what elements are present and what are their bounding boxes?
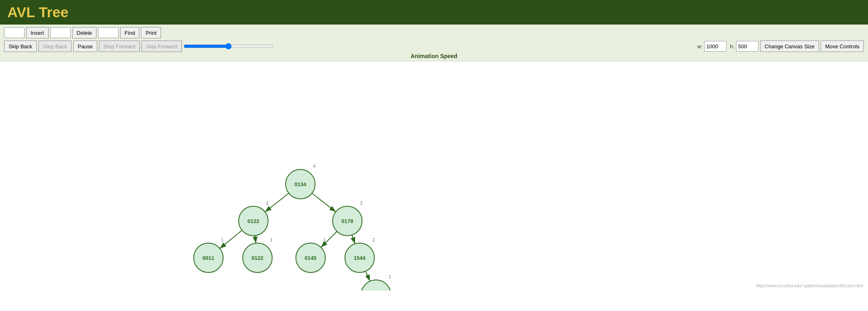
node-label: 0122 bbox=[252, 255, 264, 261]
tree-edge bbox=[312, 193, 336, 212]
h-label: h: bbox=[730, 43, 734, 50]
toolbar: Insert Delete Find Print Skip Back Step … bbox=[0, 25, 868, 61]
page-title: AVL Tree bbox=[7, 4, 861, 20]
tree-node: 01783 bbox=[333, 201, 362, 236]
toolbar-row1: Insert Delete Find Print bbox=[4, 27, 864, 38]
print-button[interactable]: Print bbox=[141, 27, 161, 38]
tree-node: 00111 bbox=[194, 237, 224, 273]
height-input[interactable] bbox=[736, 41, 758, 52]
node-height: 1 bbox=[389, 274, 391, 279]
step-back-button[interactable]: Step Back bbox=[38, 41, 72, 52]
toolbar-row2: Skip Back Step Back Pause Step Forward S… bbox=[4, 41, 864, 52]
tree-node: 01344 bbox=[286, 164, 315, 199]
tree-node: 01451 bbox=[296, 237, 326, 273]
animation-speed-slider[interactable] bbox=[183, 43, 273, 50]
node-height: 2 bbox=[372, 237, 375, 242]
tree-edge bbox=[255, 236, 256, 243]
node-height: 1 bbox=[221, 237, 224, 242]
node-height: 2 bbox=[266, 201, 268, 205]
tree-node: 01222 bbox=[239, 201, 268, 236]
url-hint: https://www.cs.usfca.edu/~galles/visuali… bbox=[756, 284, 863, 288]
tree-node: 01221 bbox=[243, 237, 273, 273]
node-height: 4 bbox=[313, 164, 315, 169]
nodes-group: 0134401222017830011101221014511544219991 bbox=[194, 164, 391, 291]
tree-edge bbox=[352, 235, 355, 244]
w-label: w: bbox=[697, 43, 702, 50]
insert-input[interactable] bbox=[4, 27, 25, 38]
tree-svg: 0134401222017830011101221014511544219991 bbox=[0, 61, 868, 291]
tree-edge bbox=[265, 193, 289, 212]
node-height: 1 bbox=[270, 237, 273, 242]
animation-speed-label: Animation Speed bbox=[4, 53, 864, 59]
node-label: 0145 bbox=[305, 255, 317, 261]
find-button[interactable]: Find bbox=[120, 27, 139, 38]
tree-node: 15442 bbox=[345, 237, 375, 273]
change-canvas-button[interactable]: Change Canvas Size bbox=[760, 41, 819, 52]
insert-button[interactable]: Insert bbox=[26, 27, 49, 38]
node-label: 0122 bbox=[248, 218, 260, 224]
node-label: 0178 bbox=[342, 218, 353, 224]
header: AVL Tree bbox=[0, 0, 868, 25]
node-label: 1544 bbox=[354, 255, 366, 261]
width-input[interactable] bbox=[704, 41, 727, 52]
delete-input[interactable] bbox=[50, 27, 71, 38]
skip-back-button[interactable]: Skip Back bbox=[4, 41, 37, 52]
move-controls-button[interactable]: Move Controls bbox=[821, 41, 864, 52]
node-height: 1 bbox=[323, 237, 326, 242]
canvas-area: 0134401222017830011101221014511544219991… bbox=[0, 61, 868, 291]
node-label: 0011 bbox=[203, 255, 215, 261]
step-forward-button[interactable]: Step Forward bbox=[99, 41, 140, 52]
node-circle bbox=[361, 280, 391, 291]
node-height: 3 bbox=[360, 201, 362, 205]
tree-node: 19991 bbox=[361, 274, 391, 291]
pause-button[interactable]: Pause bbox=[73, 41, 97, 52]
tree-edge bbox=[366, 271, 370, 281]
delete-button[interactable]: Delete bbox=[72, 27, 97, 38]
find-input[interactable] bbox=[98, 27, 119, 38]
speed-slider-container bbox=[183, 43, 694, 50]
node-label: 0134 bbox=[295, 181, 307, 187]
skip-forward-button[interactable]: Skip Forward bbox=[141, 41, 182, 52]
